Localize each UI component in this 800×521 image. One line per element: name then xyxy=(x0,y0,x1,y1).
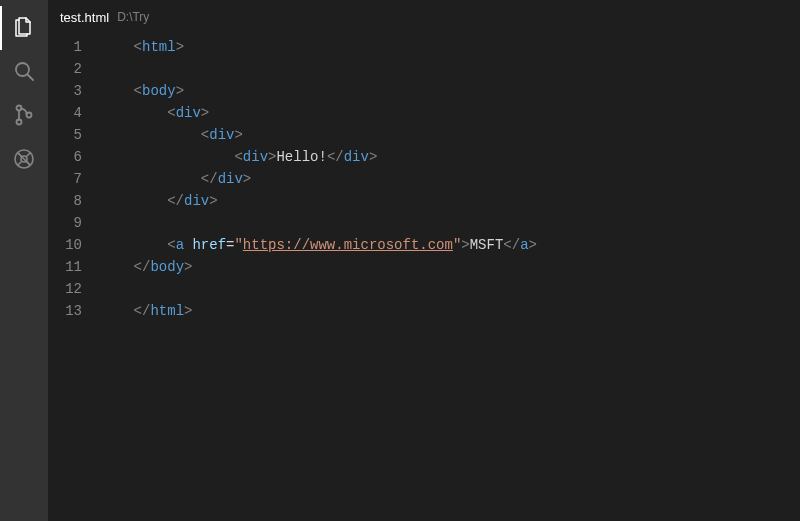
line-number: 5 xyxy=(48,124,82,146)
code-line[interactable]: </html> xyxy=(100,300,800,322)
token-tag: div xyxy=(344,149,369,165)
source-control-icon xyxy=(12,103,36,130)
token-url: https://www.microsoft.com xyxy=(243,237,453,253)
code-line[interactable]: <a href="https://www.microsoft.com">MSFT… xyxy=(100,234,800,256)
token-text: Hello! xyxy=(276,149,326,165)
svg-line-1 xyxy=(28,74,34,80)
token-tag: div xyxy=(176,105,201,121)
code-line[interactable]: <html> xyxy=(100,36,800,58)
activity-bar xyxy=(0,0,48,521)
token-tag: div xyxy=(184,193,209,209)
line-number: 12 xyxy=(48,278,82,300)
line-number: 6 xyxy=(48,146,82,168)
debug-icon xyxy=(12,147,36,174)
token-tag: div xyxy=(243,149,268,165)
line-number: 2 xyxy=(48,58,82,80)
token-punc: </ xyxy=(134,303,151,319)
code-line[interactable]: <div> xyxy=(100,124,800,146)
token-tag: a xyxy=(520,237,528,253)
activity-source-control[interactable] xyxy=(0,94,48,138)
line-number: 4 xyxy=(48,102,82,124)
line-number: 10 xyxy=(48,234,82,256)
files-icon xyxy=(12,15,36,42)
token-punc: < xyxy=(201,127,209,143)
line-number: 1 xyxy=(48,36,82,58)
token-str: " xyxy=(234,237,242,253)
editor-group: test.html D:\Try 12345678910111213 <html… xyxy=(48,0,800,521)
code-line[interactable]: <div>Hello!</div> xyxy=(100,146,800,168)
token-punc: < xyxy=(134,83,142,99)
token-punc: > xyxy=(243,171,251,187)
code-line[interactable]: </body> xyxy=(100,256,800,278)
token-tag: a xyxy=(176,237,184,253)
token-punc: > xyxy=(461,237,469,253)
tab-row: test.html D:\Try xyxy=(48,0,800,34)
token-punc: > xyxy=(184,303,192,319)
token-punc: </ xyxy=(503,237,520,253)
token-punc: < xyxy=(167,237,175,253)
open-file-name[interactable]: test.html xyxy=(60,10,109,25)
token-tag: div xyxy=(209,127,234,143)
code-line[interactable] xyxy=(100,58,800,80)
code-area[interactable]: <html> <body> <div> <div> <div>Hello!</d… xyxy=(100,36,800,521)
code-line[interactable]: </div> xyxy=(100,190,800,212)
token-punc: < xyxy=(134,39,142,55)
token-punc: > xyxy=(201,105,209,121)
token-tag: body xyxy=(150,259,184,275)
token-punc: > xyxy=(234,127,242,143)
token-attr: href xyxy=(192,237,226,253)
token-punc: > xyxy=(529,237,537,253)
token-punc: > xyxy=(209,193,217,209)
svg-line-11 xyxy=(27,162,30,165)
line-number: 8 xyxy=(48,190,82,212)
token-punc: </ xyxy=(201,171,218,187)
open-file-path: D:\Try xyxy=(117,10,149,24)
token-tag: html xyxy=(142,39,176,55)
app-root: test.html D:\Try 12345678910111213 <html… xyxy=(0,0,800,521)
svg-line-8 xyxy=(19,153,22,156)
token-tag: div xyxy=(218,171,243,187)
token-punc: > xyxy=(176,83,184,99)
search-icon xyxy=(12,59,36,86)
line-number-gutter: 12345678910111213 xyxy=(48,36,100,521)
code-line[interactable]: <body> xyxy=(100,80,800,102)
token-text: MSFT xyxy=(470,237,504,253)
token-tag: body xyxy=(142,83,176,99)
svg-line-9 xyxy=(27,153,30,156)
line-number: 7 xyxy=(48,168,82,190)
activity-debug[interactable] xyxy=(0,138,48,182)
token-tag: html xyxy=(150,303,184,319)
line-number: 9 xyxy=(48,212,82,234)
svg-line-10 xyxy=(19,162,22,165)
token-punc: > xyxy=(184,259,192,275)
code-line[interactable]: <div> xyxy=(100,102,800,124)
token-punc: < xyxy=(167,105,175,121)
token-punc: </ xyxy=(134,259,151,275)
code-line[interactable]: </div> xyxy=(100,168,800,190)
token-punc: > xyxy=(176,39,184,55)
token-punc: < xyxy=(234,149,242,165)
activity-search[interactable] xyxy=(0,50,48,94)
code-line[interactable] xyxy=(100,278,800,300)
token-punc: > xyxy=(369,149,377,165)
token-punc: </ xyxy=(167,193,184,209)
editor[interactable]: 12345678910111213 <html> <body> <div> <d… xyxy=(48,34,800,521)
token-punc: </ xyxy=(327,149,344,165)
code-line[interactable] xyxy=(100,212,800,234)
line-number: 3 xyxy=(48,80,82,102)
activity-explorer[interactable] xyxy=(0,6,48,50)
line-number: 11 xyxy=(48,256,82,278)
line-number: 13 xyxy=(48,300,82,322)
